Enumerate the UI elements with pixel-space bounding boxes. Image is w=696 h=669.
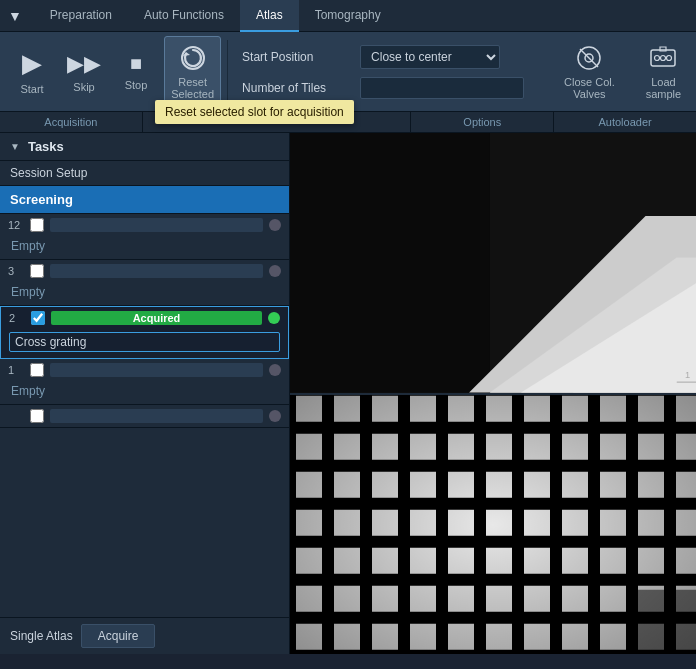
- bottom-image-svg: [290, 395, 696, 655]
- slot-num-12: 12: [8, 219, 24, 231]
- slot-checkbox-2[interactable]: [31, 311, 45, 325]
- bottom-row: Single Atlas Acquire: [0, 617, 289, 654]
- screening-label: Screening: [0, 186, 289, 214]
- autoloader-section-label: Autoloader: [554, 112, 696, 132]
- slot-group-2: 2 Acquired: [0, 306, 289, 359]
- options-section-label: Options: [411, 112, 554, 132]
- slot-group-3: 3 Empty: [0, 260, 289, 306]
- slot-name-row-2: [1, 329, 288, 358]
- slot-num-2: 2: [9, 312, 25, 324]
- acquisition-section-label: Acquisition: [0, 112, 143, 132]
- stop-icon: ■: [130, 52, 142, 75]
- left-panel: ▼ Tasks Session Setup Screening 12 Empty…: [0, 133, 290, 654]
- slot-dot-1: [269, 364, 281, 376]
- reset-icon: [179, 44, 207, 72]
- tab-bar: ▼ Preparation Auto Functions Atlas Tomog…: [0, 0, 696, 32]
- main-content: ▼ Tasks Session Setup Screening 12 Empty…: [0, 133, 696, 654]
- slot-checkbox-12[interactable]: [30, 218, 44, 232]
- stop-label: Stop: [125, 79, 148, 91]
- slot-bar-12: [50, 218, 263, 232]
- svg-point-6: [655, 55, 660, 60]
- slot-name-text-12: Empty: [8, 238, 48, 254]
- svg-text:1: 1: [685, 370, 690, 380]
- tab-auto-functions[interactable]: Auto Functions: [128, 0, 240, 32]
- single-atlas-label: Single Atlas: [10, 629, 73, 643]
- start-label: Start: [20, 83, 43, 95]
- acquired-label: Acquired: [133, 312, 181, 324]
- svg-line-3: [580, 49, 598, 67]
- reset-selected-button[interactable]: Reset Selected: [164, 36, 221, 107]
- image-bottom: [290, 395, 696, 655]
- slot-group-empty: [0, 405, 289, 428]
- slot-num-1: 1: [8, 364, 24, 376]
- top-arrow-icon[interactable]: ▼: [8, 8, 22, 24]
- slot-dot-3: [269, 265, 281, 277]
- svg-rect-12: [290, 133, 490, 393]
- tab-atlas[interactable]: Atlas: [240, 0, 299, 32]
- tasks-title: Tasks: [28, 139, 64, 154]
- session-setup-label: Session Setup: [0, 161, 289, 186]
- toolbar-params: Start Position Close to center Top left …: [234, 36, 532, 107]
- slot-bar-empty: [50, 409, 263, 423]
- slot-name-text-1: Empty: [8, 383, 48, 399]
- svg-rect-23: [290, 395, 696, 655]
- slot-dot-12: [269, 219, 281, 231]
- slot-name-row-12: Empty: [0, 236, 289, 259]
- slot-checkbox-empty[interactable]: [30, 409, 44, 423]
- reset-selected-label: Reset Selected: [171, 76, 214, 100]
- slot-dot-2: [268, 312, 280, 324]
- start-position-label: Start Position: [242, 50, 352, 64]
- load-sample-icon: [648, 44, 678, 72]
- slot-bar-2: Acquired: [51, 311, 262, 325]
- slot-num-3: 3: [8, 265, 24, 277]
- slot-row-1: 1: [0, 359, 289, 381]
- skip-button[interactable]: ▶▶ Skip: [60, 36, 108, 107]
- slot-row-empty: [0, 405, 289, 427]
- play-icon: ▶: [22, 48, 42, 79]
- load-sample-label: Load sample: [646, 76, 681, 100]
- num-tiles-label: Number of Tiles: [242, 81, 352, 95]
- slot-name-input-2[interactable]: [9, 332, 280, 352]
- slot-group-12: 12 Empty: [0, 214, 289, 260]
- slot-row-3: 3: [0, 260, 289, 282]
- svg-point-8: [667, 55, 672, 60]
- right-panel: 1: [290, 133, 696, 654]
- stop-button[interactable]: ■ Stop: [112, 36, 160, 107]
- num-tiles-row: Number of Tiles: [242, 77, 524, 99]
- start-button[interactable]: ▶ Start: [8, 36, 56, 107]
- slot-bar-3: [50, 264, 263, 278]
- toolbar-sep-1: [227, 40, 228, 103]
- tab-tomography[interactable]: Tomography: [299, 0, 397, 32]
- tooltip-popup: Reset selected slot for acquisition: [155, 100, 354, 124]
- load-sample-button[interactable]: Load sample: [639, 36, 688, 107]
- num-tiles-input[interactable]: [360, 77, 524, 99]
- col-valves-icon: [575, 44, 603, 72]
- tab-preparation[interactable]: Preparation: [34, 0, 128, 32]
- slot-bar-1: [50, 363, 263, 377]
- slot-checkbox-3[interactable]: [30, 264, 44, 278]
- skip-icon: ▶▶: [67, 51, 101, 77]
- slot-row-2: 2 Acquired: [1, 307, 288, 329]
- slot-row-12: 12: [0, 214, 289, 236]
- svg-point-7: [661, 55, 666, 60]
- slot-dot-empty: [269, 410, 281, 422]
- start-position-select[interactable]: Close to center Top left Top right Botto…: [360, 45, 500, 69]
- slot-checkbox-1[interactable]: [30, 363, 44, 377]
- top-image-svg: 1: [290, 133, 696, 393]
- skip-label: Skip: [73, 81, 94, 93]
- tasks-header: ▼ Tasks: [0, 133, 289, 161]
- image-top: 1: [290, 133, 696, 395]
- slot-name-text-3: Empty: [8, 284, 48, 300]
- panel-spacer: [0, 428, 289, 617]
- close-col-valves-label: Close Col. Valves: [554, 76, 625, 100]
- toolbar: ▶ Start ▶▶ Skip ■ Stop Reset Selected St…: [0, 32, 696, 112]
- start-position-row: Start Position Close to center Top left …: [242, 45, 524, 69]
- close-col-valves-button[interactable]: Close Col. Valves: [544, 36, 635, 107]
- acquire-button[interactable]: Acquire: [81, 624, 156, 648]
- slot-name-row-3: Empty: [0, 282, 289, 305]
- slot-name-row-1: Empty: [0, 381, 289, 404]
- tasks-chevron-icon[interactable]: ▼: [10, 141, 20, 152]
- slot-group-1: 1 Empty: [0, 359, 289, 405]
